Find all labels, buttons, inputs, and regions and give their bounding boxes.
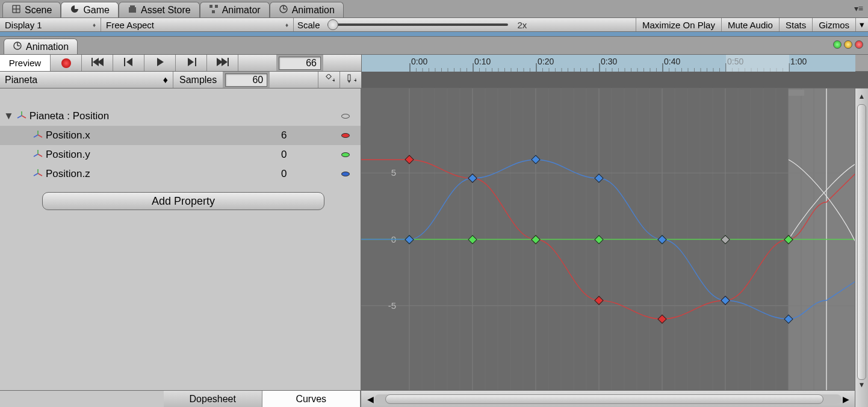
- display-dropdown[interactable]: Display 1 ♦: [0, 18, 101, 31]
- traffic-red-icon[interactable]: [855, 40, 863, 49]
- keyframe-indicator[interactable]: [341, 133, 350, 138]
- svg-line-110: [34, 154, 38, 157]
- samples-value: 60: [252, 75, 263, 85]
- curve-canvas[interactable]: 50-5: [361, 89, 855, 390]
- vscroll-thumb[interactable]: [857, 104, 866, 380]
- property-group[interactable]: ▼ Pianeta : Position: [0, 107, 361, 126]
- frame-value: 66: [306, 58, 317, 69]
- tab-animation-label: Animation: [292, 5, 335, 16]
- next-key-button[interactable]: [176, 55, 207, 71]
- property-label: Position.x: [46, 129, 281, 141]
- last-frame-button[interactable]: [207, 55, 238, 71]
- clip-dropdown[interactable]: Pianeta ♦: [0, 72, 173, 88]
- prev-key-icon: [124, 58, 134, 68]
- keyframe-indicator[interactable]: [341, 172, 350, 176]
- scale-slider[interactable]: [327, 23, 508, 26]
- mute-label: Mute Audio: [728, 20, 773, 30]
- gizmos-button[interactable]: Gizmos: [812, 18, 855, 31]
- property-panel: ▼ Pianeta : Position Position.x 6 Positi…: [0, 89, 361, 407]
- scale-label: Scale: [294, 18, 324, 31]
- tab-animation-panel[interactable]: Animation: [4, 39, 78, 54]
- animator-icon: [209, 4, 219, 16]
- dopesheet-tab[interactable]: Dopesheet: [164, 391, 262, 407]
- property-row[interactable]: Position.x 6: [0, 126, 361, 145]
- svg-text:5: 5: [391, 167, 396, 178]
- preview-label: Preview: [9, 58, 41, 68]
- add-keyframe-icon: +: [324, 74, 335, 85]
- svg-rect-17: [91, 58, 93, 66]
- svg-marker-26: [222, 58, 228, 66]
- tab-menu-icon[interactable]: ▾≡: [854, 4, 863, 13]
- property-row[interactable]: Position.z 0: [0, 164, 361, 184]
- traffic-green-icon[interactable]: [833, 40, 842, 49]
- tab-asset-store[interactable]: Asset Store: [119, 2, 200, 17]
- svg-rect-9: [215, 5, 218, 8]
- maximize-button[interactable]: Maximize On Play: [636, 18, 721, 31]
- hscroll-thumb[interactable]: [385, 394, 823, 404]
- tab-scene[interactable]: Scene: [2, 2, 61, 17]
- add-event-icon: +: [346, 74, 356, 85]
- record-button[interactable]: [51, 55, 82, 71]
- clip-name: Pianeta: [5, 75, 37, 85]
- vertical-scrollbar[interactable]: ▲ ▼: [855, 89, 868, 407]
- scale-slider-thumb[interactable]: [327, 19, 338, 30]
- display-label: Display 1: [5, 20, 42, 30]
- tab-game[interactable]: Game: [61, 2, 119, 17]
- svg-line-106: [38, 135, 42, 137]
- expand-icon[interactable]: ▼: [4, 110, 14, 122]
- svg-text:0:00: 0:00: [411, 57, 427, 66]
- stats-button[interactable]: Stats: [779, 18, 812, 31]
- horizontal-scrollbar[interactable]: ◀ ▶: [361, 390, 855, 407]
- first-frame-icon: [91, 58, 104, 68]
- svg-line-109: [38, 154, 42, 157]
- add-event-button[interactable]: +: [339, 72, 361, 88]
- scroll-down-icon[interactable]: ▼: [855, 381, 868, 389]
- samples-input[interactable]: 60: [225, 73, 267, 87]
- traffic-yellow-icon[interactable]: [844, 40, 852, 49]
- tab-animator-label: Animator: [222, 5, 261, 16]
- window-traffic-lights: [833, 40, 863, 49]
- property-value: 0: [281, 168, 341, 180]
- chevron-icon: ♦: [285, 22, 288, 28]
- aspect-dropdown[interactable]: Free Aspect ♦: [101, 18, 294, 31]
- preview-button[interactable]: Preview: [0, 55, 51, 71]
- svg-line-107: [34, 135, 38, 137]
- curve-region-handle[interactable]: [789, 90, 804, 96]
- svg-rect-99: [348, 75, 350, 81]
- animation-icon: [279, 4, 288, 16]
- prev-key-button[interactable]: [113, 55, 144, 71]
- scroll-up-icon[interactable]: ▲: [855, 92, 868, 101]
- svg-line-104: [17, 116, 22, 118]
- svg-rect-7: [130, 5, 135, 7]
- svg-rect-24: [195, 58, 196, 66]
- svg-rect-96: [726, 55, 789, 72]
- add-keyframe-button[interactable]: +: [318, 72, 339, 88]
- keyframe-indicator[interactable]: [341, 152, 350, 157]
- keyframe-indicator[interactable]: [341, 114, 350, 119]
- tab-animation[interactable]: Animation: [270, 2, 344, 17]
- add-property-button[interactable]: Add Property: [42, 192, 324, 210]
- animation-icon: [13, 41, 22, 53]
- add-property-label: Add Property: [152, 195, 215, 208]
- property-label: Position.z: [46, 168, 281, 180]
- play-button[interactable]: [144, 55, 176, 71]
- property-value: 0: [281, 149, 341, 161]
- frame-input[interactable]: 66: [279, 57, 321, 70]
- tab-animator[interactable]: Animator: [200, 2, 270, 17]
- svg-rect-8: [209, 5, 212, 8]
- gizmos-dropdown[interactable]: ▾: [855, 18, 868, 31]
- samples-label: Samples: [173, 72, 223, 88]
- property-value: 6: [281, 129, 341, 141]
- mute-button[interactable]: Mute Audio: [721, 18, 779, 31]
- svg-text:0:10: 0:10: [474, 57, 491, 66]
- property-row[interactable]: Position.y 0: [0, 145, 361, 164]
- first-frame-button[interactable]: [82, 55, 113, 71]
- last-frame-icon: [217, 58, 229, 68]
- scroll-right-icon[interactable]: ▶: [839, 394, 852, 404]
- transform-icon: [33, 169, 43, 180]
- curves-tab[interactable]: Curves: [262, 391, 361, 407]
- gizmos-label: Gizmos: [819, 20, 849, 30]
- game-icon: [70, 4, 79, 16]
- svg-rect-10: [212, 10, 215, 13]
- svg-marker-21: [126, 58, 132, 66]
